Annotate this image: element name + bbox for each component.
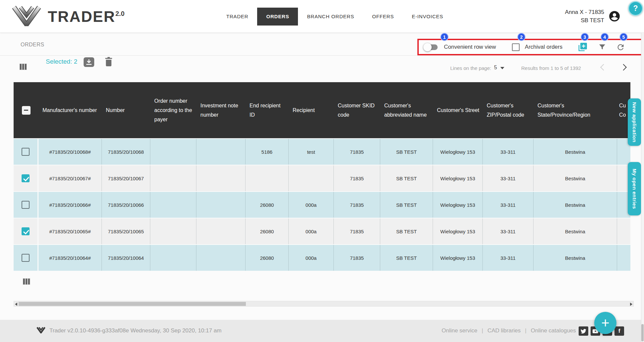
table-cell: 71835/20/10066 [102, 192, 150, 218]
archival-orders-checkbox[interactable] [512, 43, 520, 51]
table-cell [150, 245, 196, 271]
horizontal-scrollbar[interactable] [14, 301, 634, 307]
results-range-label: Results from 1 to 5 of 1392 [521, 65, 581, 71]
table-cell [150, 139, 196, 165]
row-checkbox-cell [14, 139, 38, 165]
toolbar-annotation-box: Convenient row view Archival orders [417, 39, 643, 55]
row-checkbox[interactable] [22, 148, 30, 156]
column-header: End recipient ID [246, 82, 289, 138]
horizontal-scrollbar-thumb[interactable] [19, 302, 246, 306]
column-header: Order number according to the payer [150, 82, 196, 138]
user-avatar-icon[interactable] [608, 10, 621, 23]
vertical-scrollbar-thumb[interactable] [641, 324, 644, 341]
table-cell: Wielogłowy 153 [433, 245, 483, 271]
column-header: Manufacturer's number [38, 82, 102, 138]
table-cell: 71835/20/10064 [102, 245, 150, 271]
add-new-fab[interactable]: + [594, 312, 616, 334]
add-to-list-icon[interactable] [577, 42, 588, 52]
nav-orders[interactable]: ORDERS [257, 8, 298, 26]
prev-page-button[interactable] [600, 64, 607, 71]
table-cell [150, 192, 196, 218]
select-all-checkbox[interactable] [22, 106, 31, 115]
table-cell: #71835/20/10065# [38, 218, 102, 244]
scroll-left-arrow-icon[interactable] [15, 303, 17, 306]
table-cell: 71835/20/10068 [102, 139, 150, 165]
table-cell: test [289, 139, 334, 165]
table-cell: 26080 [246, 245, 289, 271]
vertical-scrollbar[interactable] [641, 33, 644, 342]
table-cell [196, 218, 246, 244]
table-cell: 33-311 [483, 218, 534, 244]
table-row[interactable]: #71835/20/10067#71835/20/1006771835SB TE… [14, 165, 630, 191]
table-cell: Wielogłowy 153 [433, 139, 483, 165]
refresh-icon[interactable] [616, 43, 625, 52]
row-checkbox[interactable] [22, 254, 30, 262]
table-cell [196, 139, 246, 165]
link-online-catalogues[interactable]: Online catalogues [531, 327, 576, 334]
download-icon[interactable] [84, 57, 94, 68]
table-cell [196, 192, 246, 218]
column-header: Customer's Street [433, 82, 483, 138]
trash-icon[interactable] [105, 57, 113, 68]
columns-settings-icon-bottom[interactable] [23, 278, 30, 286]
nav-offers[interactable]: OFFERS [363, 8, 403, 26]
column-header: Customer's State/Province/Region [534, 82, 617, 138]
side-tab-my-open-entries[interactable]: My open entries [628, 162, 641, 215]
column-header: Investment note number [196, 82, 246, 138]
table-row[interactable]: #71835/20/10065#71835/20/1006526080000a7… [14, 218, 630, 244]
column-header: Number [102, 82, 150, 138]
table-cell: 71835/20/10065 [102, 218, 150, 244]
link-cad-libraries[interactable]: CAD libraries [487, 327, 521, 334]
table-cell: Wielogłowy 153 [433, 218, 483, 244]
table-cell: 71835 [334, 139, 380, 165]
chevron-down-icon[interactable] [500, 67, 504, 69]
breadcrumb: ORDERS [21, 42, 44, 48]
convenient-row-view-toggle[interactable] [423, 43, 439, 51]
columns-settings-icon[interactable] [20, 64, 27, 71]
table-header-row: Manufacturer's numberNumberOrder number … [14, 82, 630, 138]
filter-icon[interactable] [598, 43, 606, 51]
table-cell: SB TEST [380, 218, 433, 244]
footer-brand-w-icon [36, 327, 45, 335]
row-checkbox[interactable] [22, 174, 30, 182]
table-row[interactable]: #71835/20/10064#71835/20/1006426080000a7… [14, 245, 630, 271]
user-name: Anna X - 71835 [565, 8, 604, 16]
row-checkbox[interactable] [22, 201, 30, 209]
scroll-right-arrow-icon[interactable] [630, 303, 632, 306]
select-all-header-cell [14, 82, 38, 138]
annotation-badge-4: 4 [601, 33, 609, 41]
lines-per-page-select[interactable]: 5 [494, 65, 497, 71]
column-header: Customer SKID code [334, 82, 380, 138]
user-company: SB TEST [565, 16, 604, 25]
twitter-icon[interactable] [579, 326, 588, 336]
toggle-knob [423, 43, 432, 51]
brand-name: TRADER2.0 [48, 9, 124, 24]
row-checkbox-cell [14, 165, 38, 191]
help-button[interactable]: ? [628, 1, 643, 16]
facebook-icon[interactable]: f [614, 326, 624, 336]
table-cell: 71835 [334, 245, 380, 271]
side-tab-new-application[interactable]: New application [628, 98, 641, 146]
link-online-service[interactable]: Online service [442, 327, 477, 334]
table-cell: Bestwina [534, 245, 617, 271]
table-cell: 33-311 [483, 245, 534, 271]
table-cell [289, 165, 334, 191]
table-cell: Bestwina [534, 218, 617, 244]
annotation-badge-5: 5 [619, 33, 628, 41]
next-page-button[interactable] [620, 64, 627, 71]
table-row[interactable]: #71835/20/10066#71835/20/1006626080000a7… [14, 192, 630, 218]
table-cell: Bestwina [534, 139, 617, 165]
annotation-badge-2: 2 [517, 33, 526, 41]
archival-orders-label: Archival orders [525, 44, 562, 50]
nav-branch-orders[interactable]: BRANCH ORDERS [298, 8, 363, 26]
row-checkbox[interactable] [22, 227, 30, 235]
column-header: Recipient [289, 82, 334, 138]
table-cell: 71835 [334, 218, 380, 244]
table-row[interactable]: #71835/20/10068#71835/20/100685186test71… [14, 139, 630, 165]
nav-e-invoices[interactable]: E-INVOICES [403, 8, 452, 26]
nav-trader[interactable]: TRADER [217, 8, 257, 26]
table-cell [196, 165, 246, 191]
table-cell: Wielogłowy 153 [433, 192, 483, 218]
table-cell [196, 245, 246, 271]
brand-w-icon [12, 6, 41, 28]
